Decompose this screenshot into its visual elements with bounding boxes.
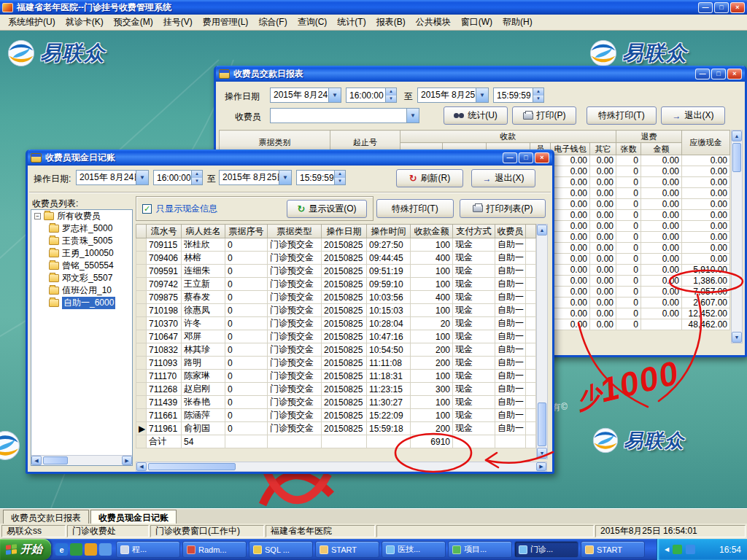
display-settings-button[interactable]: ↻ 显示设置(O) xyxy=(287,200,367,218)
spin-down-icon[interactable]: ▼ xyxy=(192,178,202,184)
mdi-tab[interactable]: 收费员交款日报表 xyxy=(3,510,89,524)
journal-window-titlebar[interactable]: 收费员现金日记账 — □ × xyxy=(28,149,552,166)
desktop-icon[interactable] xyxy=(70,543,82,556)
tree-item[interactable]: 曾铭_550554 xyxy=(31,260,132,272)
journal-row[interactable]: 709875蔡春发0门诊预交金2015082510:03:56400现金自助一 xyxy=(136,291,536,304)
journal-row[interactable]: 711093路明0门诊预交金2015082511:11:08200现金自助一 xyxy=(136,357,536,370)
scroll-down-icon[interactable]: ▼ xyxy=(732,332,742,343)
journal-row[interactable]: 711268赵启刚0门诊预交金2015082511:23:15300现金自助一 xyxy=(136,383,536,396)
scroll-right-icon[interactable]: ▶ xyxy=(536,462,546,471)
menu-item[interactable]: 报表(B) xyxy=(371,14,411,31)
report-window-titlebar[interactable]: 收费员交款日报表 — □ × xyxy=(216,66,745,82)
report-vscroll-track[interactable] xyxy=(732,141,742,332)
spin-up-icon[interactable]: ▲ xyxy=(335,171,345,178)
menu-item[interactable]: 预交金(M) xyxy=(109,14,158,31)
journal-row[interactable]: 709406林榕0门诊预交金2015082509:44:45400现金自助一 xyxy=(136,252,536,265)
report-date-from-combo[interactable]: 2015年 8月24日 ▼ xyxy=(270,88,341,103)
tray-app-icon-blue[interactable] xyxy=(686,545,695,554)
cash-only-checkbox[interactable]: ✓ xyxy=(142,204,152,214)
report-maximize-button[interactable]: □ xyxy=(711,69,726,79)
journal-row[interactable]: 709115张桂欣0门诊预交金2015082509:27:50100现金自助一 xyxy=(136,238,536,252)
tree-item[interactable]: 值班公用_10 xyxy=(31,284,132,297)
taskbar-task-button[interactable]: 程... xyxy=(116,541,180,558)
print-button[interactable]: 打印(P) xyxy=(512,106,576,125)
journal-row[interactable]: 711439张春艳0门诊预交金2015082511:30:27100现金自助一 xyxy=(136,396,536,409)
journal-minimize-button[interactable]: — xyxy=(503,152,517,163)
taskbar-task-button[interactable]: START xyxy=(581,541,645,558)
special-print-button[interactable]: 特殊打印(T) xyxy=(587,106,657,125)
journal-row[interactable]: 709742王立新0门诊预交金2015082509:59:10100现金自助一 xyxy=(136,278,536,291)
spin-up-icon[interactable]: ▲ xyxy=(533,88,543,96)
menu-item[interactable]: 系统维护(U) xyxy=(3,14,61,31)
journal-row[interactable]: 710647邓屏0门诊预交金2015082510:47:16100现金自助一 xyxy=(136,330,536,343)
journal-maximize-button[interactable]: □ xyxy=(519,152,533,163)
journal-close-button[interactable]: × xyxy=(535,152,549,163)
tree-item[interactable]: 自助一_6000 xyxy=(31,297,132,309)
menu-item[interactable]: 就诊卡(K) xyxy=(61,14,109,31)
print-list-button[interactable]: 打印列表(P) xyxy=(460,199,546,218)
main-close-button[interactable]: × xyxy=(730,2,745,13)
report-table-vscrollbar[interactable]: ▲ ▼ xyxy=(731,130,743,343)
menu-item[interactable]: 挂号(V) xyxy=(158,14,198,31)
taskbar-task-button[interactable]: Radm... xyxy=(182,541,247,558)
journal-row[interactable]: 711170陈家琳0门诊预交金2015082511:18:31100现金自助一 xyxy=(136,370,536,383)
journal-special-print-button[interactable]: 特殊打印(T) xyxy=(376,199,454,218)
refresh-button[interactable]: ↻ 刷新(R) xyxy=(396,169,463,187)
menu-item[interactable]: 统计(T) xyxy=(332,14,371,31)
tree-item[interactable]: 邓文彩_5507 xyxy=(31,272,132,284)
tree-hscroll-track[interactable] xyxy=(42,456,122,465)
dropdown-arrow-icon[interactable]: ▼ xyxy=(476,88,488,102)
menu-item[interactable]: 公共模块 xyxy=(411,14,456,31)
dropdown-arrow-icon[interactable]: ▼ xyxy=(406,109,419,122)
folder-icon[interactable] xyxy=(85,543,97,556)
scroll-right-icon[interactable]: ▶ xyxy=(122,456,132,465)
journal-table-vscrollbar[interactable]: ▲ ▼ xyxy=(536,224,548,459)
report-cashier-combo[interactable]: ▼ xyxy=(270,108,419,123)
scroll-up-icon[interactable]: ▲ xyxy=(732,131,742,141)
dropdown-arrow-icon[interactable]: ▼ xyxy=(136,171,148,184)
tree-collapse-icon[interactable]: − xyxy=(34,213,41,219)
tree-hscrollbar[interactable]: ◀ ▶ xyxy=(31,455,132,465)
journal-date-to-combo[interactable]: 2015年 8月25日 ▼ xyxy=(219,170,292,185)
tree-item[interactable]: 王贵珠_5005 xyxy=(31,235,132,247)
spin-up-icon[interactable]: ▲ xyxy=(192,171,202,178)
journal-hscroll-track[interactable] xyxy=(147,462,536,471)
journal-row[interactable]: ▶711961俞初国0门诊预交金2015082515:59:18200现金自助一 xyxy=(136,422,536,435)
taskbar-task-button[interactable]: 项目... xyxy=(448,541,512,558)
scroll-left-icon[interactable]: ◀ xyxy=(136,462,147,471)
journal-row[interactable]: 710370许冬0门诊预交金2015082510:28:0420现金自助一 xyxy=(136,317,536,330)
journal-row[interactable]: 710198徐惠凤0门诊预交金2015082510:15:03100现金自助一 xyxy=(136,304,536,317)
tree-item[interactable]: 罗志祥_5000 xyxy=(31,222,132,235)
spin-up-icon[interactable]: ▲ xyxy=(386,88,396,96)
main-maximize-button[interactable]: □ xyxy=(714,2,729,13)
cash-only-label[interactable]: 只显示现金信息 xyxy=(156,203,217,215)
main-minimize-button[interactable]: — xyxy=(698,2,713,13)
menu-item[interactable]: 综合(F) xyxy=(253,14,292,31)
tree-root-item[interactable]: −所有收费员 xyxy=(31,210,132,222)
dropdown-arrow-icon[interactable]: ▼ xyxy=(328,88,341,102)
mdi-tab[interactable]: 收费员现金日记账 xyxy=(90,510,177,524)
spin-down-icon[interactable]: ▼ xyxy=(533,96,543,102)
report-time-to-spinner[interactable]: 15:59:59 ▲▼ xyxy=(493,88,544,103)
spin-down-icon[interactable]: ▼ xyxy=(386,96,396,102)
taskbar-task-button[interactable]: 医技... xyxy=(382,541,446,558)
taskbar-task-button[interactable]: START xyxy=(315,541,379,558)
stat-button[interactable]: 统计(U) xyxy=(444,106,508,125)
journal-row[interactable]: 710832林其珍0门诊预交金2015082510:54:50200现金自助一 xyxy=(136,343,536,357)
scroll-down-icon[interactable]: ▼ xyxy=(537,448,547,459)
tray-app-icon-green[interactable] xyxy=(673,545,682,554)
scroll-up-icon[interactable]: ▲ xyxy=(537,225,547,236)
journal-time-from-spinner[interactable]: 16:00:00 ▲▼ xyxy=(153,170,203,185)
journal-row[interactable]: 709591连细朱0门诊预交金2015082509:51:19100现金自助一 xyxy=(136,265,536,278)
report-date-to-combo[interactable]: 2015年 8月25日 ▼ xyxy=(417,88,489,103)
tree-item[interactable]: 王勇_100050 xyxy=(31,247,132,260)
dropdown-arrow-icon[interactable]: ▼ xyxy=(279,171,291,184)
menu-item[interactable]: 费用管理(L) xyxy=(198,14,254,31)
start-button[interactable]: 开始 xyxy=(0,539,51,560)
tray-chevron-icon[interactable]: ◀ xyxy=(665,546,669,553)
spin-down-icon[interactable]: ▼ xyxy=(335,178,345,184)
journal-row[interactable]: 711661陈涵萍0门诊预交金2015082515:22:09100现金自助一 xyxy=(136,409,536,422)
report-minimize-button[interactable]: — xyxy=(695,69,710,79)
taskbar-task-button[interactable]: 门诊... xyxy=(514,541,578,558)
journal-table-hscrollbar[interactable]: ◀ ▶ xyxy=(136,462,547,472)
